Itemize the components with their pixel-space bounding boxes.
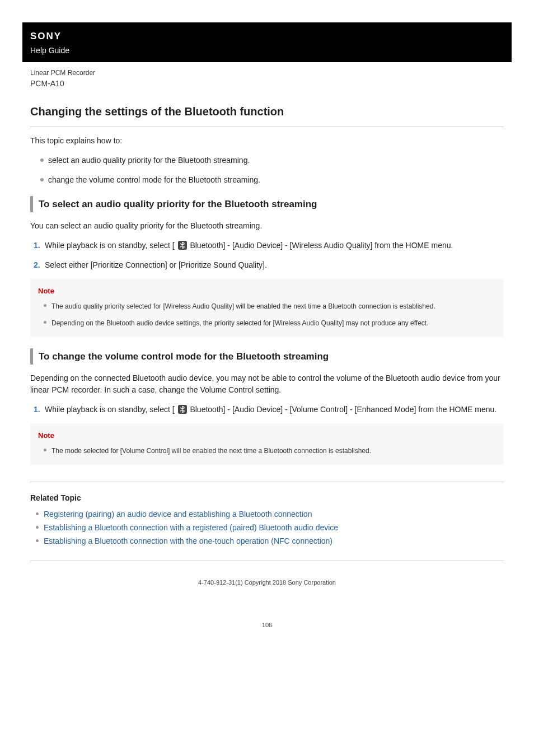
intro-bullet: change the volume control mode for the B… [40, 174, 504, 186]
related-item: Establishing a Bluetooth connection with… [36, 522, 504, 534]
related-topic-title: Related Topic [30, 492, 504, 504]
brand-logo: SONY [30, 29, 504, 44]
step-text: Select either [Prioritize Connection] or… [45, 260, 267, 269]
note-list: The audio quality priority selected for … [38, 301, 496, 328]
note-block: Note The audio quality priority selected… [30, 279, 504, 337]
note-item: Depending on the Bluetooth audio device … [44, 318, 496, 328]
section1-desc: You can select an audio quality priority… [30, 220, 504, 232]
note-list: The mode selected for [Volume Control] w… [38, 446, 496, 456]
related-item: Establishing a Bluetooth connection with… [36, 535, 504, 547]
copyright: 4-740-912-31(1) Copyright 2018 Sony Corp… [22, 561, 512, 610]
bluetooth-icon [178, 241, 187, 250]
related-divider [30, 482, 504, 482]
product-model: PCM-A10 [30, 78, 504, 90]
intro-bullet-list: select an audio quality priority for the… [30, 155, 504, 186]
step-text-suffix: Bluetooth] - [Audio Device] - [Wireless … [188, 241, 453, 250]
step-number: 2. [34, 259, 40, 271]
step-item: 1. While playback is on standby, select … [34, 404, 504, 416]
section2-desc: Depending on the connected Bluetooth aud… [30, 372, 504, 396]
step-text-prefix: While playback is on standby, select [ [45, 241, 177, 250]
header-bar: SONY Help Guide [22, 22, 512, 62]
step-text-prefix: While playback is on standby, select [ [45, 405, 177, 414]
note-title: Note [38, 430, 496, 441]
intro-text: This topic explains how to: [30, 135, 504, 147]
section1-steps: 1. While playback is on standby, select … [30, 240, 504, 271]
step-text-suffix: Bluetooth] - [Audio Device] - [Volume Co… [188, 405, 497, 414]
related-list: Registering (pairing) an audio device an… [30, 508, 504, 547]
related-link[interactable]: Registering (pairing) an audio device an… [44, 510, 312, 519]
page-title: Changing the settings of the Bluetooth f… [22, 93, 512, 127]
step-number: 1. [34, 404, 40, 416]
section-heading-volume-control: To change the volume control mode for th… [30, 348, 504, 365]
note-block: Note The mode selected for [Volume Contr… [30, 423, 504, 465]
bluetooth-icon [178, 405, 187, 414]
related-link[interactable]: Establishing a Bluetooth connection with… [44, 523, 338, 532]
step-item: 1. While playback is on standby, select … [34, 240, 504, 251]
guide-label: Help Guide [30, 45, 504, 57]
product-info: Linear PCM Recorder PCM-A10 [22, 62, 512, 93]
note-title: Note [38, 286, 496, 297]
section-heading-audio-quality: To select an audio quality priority for … [30, 196, 504, 213]
note-item: The mode selected for [Volume Control] w… [44, 446, 496, 456]
step-item: 2. Select either [Prioritize Connection]… [34, 259, 504, 271]
product-category: Linear PCM Recorder [30, 68, 504, 78]
page-number: 106 [0, 620, 534, 630]
related-item: Registering (pairing) an audio device an… [36, 508, 504, 520]
note-item: The audio quality priority selected for … [44, 301, 496, 311]
intro-bullet: select an audio quality priority for the… [40, 155, 504, 166]
step-number: 1. [34, 240, 40, 251]
related-link[interactable]: Establishing a Bluetooth connection with… [44, 536, 332, 545]
section2-steps: 1. While playback is on standby, select … [30, 404, 504, 416]
